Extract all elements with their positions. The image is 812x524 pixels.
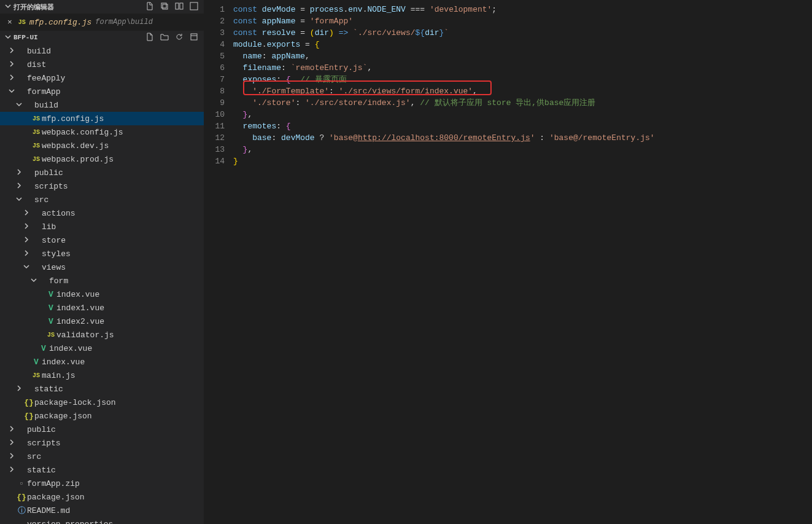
chevron-right-icon[interactable] — [22, 209, 31, 218]
tree-folder[interactable]: public — [0, 423, 204, 436]
tree-file[interactable]: {}package.json — [0, 409, 204, 423]
line-gutter: 1234567891011121314 — [204, 0, 233, 524]
chevron-down-icon[interactable] — [22, 263, 31, 272]
explorer-title: BFP-UI — [14, 34, 145, 41]
chevron-right-icon[interactable] — [7, 74, 16, 83]
chevron-right-icon[interactable] — [15, 385, 23, 394]
new-file-icon[interactable] — [145, 32, 155, 44]
editor-area[interactable]: 1234567891011121314 const devMode = proc… — [204, 0, 812, 524]
line-number: 9 — [204, 97, 225, 109]
save-all-icon[interactable] — [160, 1, 169, 13]
chevron-right-icon[interactable] — [7, 439, 16, 448]
tree-file[interactable]: Vindex.vue — [0, 342, 204, 355]
tree-folder[interactable]: src — [0, 193, 204, 206]
tree-item-label: validator.js — [56, 330, 114, 340]
svg-rect-5 — [191, 34, 197, 40]
svg-rect-3 — [180, 3, 183, 9]
chevron-down-icon[interactable] — [15, 101, 23, 110]
tree-folder[interactable]: src — [0, 450, 204, 463]
tree-file[interactable]: {}package.json — [0, 490, 204, 504]
chevron-down-icon — [5, 34, 11, 42]
js-icon: JS — [31, 115, 42, 122]
tree-folder[interactable]: dist — [0, 58, 204, 71]
chevron-down-icon[interactable] — [7, 87, 16, 96]
chevron-down-icon[interactable] — [29, 276, 38, 286]
tab-path: formApp\build — [95, 18, 153, 26]
tree-file[interactable]: JSwebpack.config.js — [0, 125, 204, 139]
tree-folder[interactable]: scripts — [0, 179, 204, 193]
file-tree: builddistfeeApplyformAppbuildJSmfp.confi… — [0, 44, 204, 524]
tree-item-label: build — [27, 47, 51, 56]
chevron-right-icon[interactable] — [22, 222, 31, 232]
tree-item-label: index1.vue — [56, 303, 104, 313]
tree-folder[interactable]: views — [0, 260, 204, 274]
tree-item-label: views — [42, 263, 66, 272]
tree-folder[interactable]: scripts — [0, 436, 204, 450]
layout-icon[interactable] — [174, 1, 184, 13]
tree-file[interactable]: Vindex2.vue — [0, 315, 204, 328]
code-content[interactable]: const devMode = process.env.NODE_ENV ===… — [233, 0, 812, 524]
chevron-right-icon[interactable] — [7, 466, 16, 475]
chevron-right-icon[interactable] — [7, 47, 16, 56]
chevron-right-icon[interactable] — [7, 425, 16, 434]
tree-file[interactable]: Vindex.vue — [0, 355, 204, 369]
new-folder-icon[interactable] — [160, 32, 169, 44]
chevron-right-icon[interactable] — [22, 249, 31, 259]
refresh-icon[interactable] — [174, 32, 184, 44]
tree-item-label: styles — [42, 249, 71, 259]
tree-item-label: dist — [27, 60, 46, 69]
tree-item-label: index.vue — [42, 358, 85, 367]
tree-folder[interactable]: form — [0, 274, 204, 287]
tree-folder[interactable]: public — [0, 166, 204, 179]
tree-file[interactable]: JSmfp.config.js — [0, 112, 204, 125]
tree-item-label: version properties — [27, 520, 113, 525]
tree-folder[interactable]: static — [0, 382, 204, 396]
tree-item-label: index.vue — [56, 290, 99, 299]
tree-file[interactable]: JSwebpack.dev.js — [0, 139, 204, 152]
tree-file[interactable]: JSmain.js — [0, 369, 204, 382]
line-number: 3 — [204, 27, 225, 39]
tree-item-label: formApp.zip — [27, 479, 80, 488]
tree-folder[interactable]: static — [0, 463, 204, 477]
tree-folder[interactable]: styles — [0, 247, 204, 260]
tree-file[interactable]: {}package-lock.json — [0, 396, 204, 409]
chevron-right-icon[interactable] — [7, 60, 16, 69]
info-icon: ⓘ — [16, 505, 27, 516]
tree-file[interactable]: JSwebpack.prod.js — [0, 152, 204, 166]
chevron-right-icon[interactable] — [22, 236, 31, 245]
tree-file[interactable]: ⓘREADME.md — [0, 504, 204, 517]
open-editors-header[interactable]: 打开的编辑器 — [0, 0, 204, 14]
tree-folder[interactable]: lib — [0, 220, 204, 233]
tree-file[interactable]: Vindex1.vue — [0, 301, 204, 315]
tree-file[interactable]: Vindex.vue — [0, 287, 204, 301]
tree-item-label: webpack.config.js — [42, 128, 123, 137]
tree-folder[interactable]: formApp — [0, 85, 204, 98]
chevron-down-icon — [5, 3, 11, 11]
collapse-icon[interactable] — [189, 32, 199, 44]
vue-icon: V — [45, 290, 56, 299]
tree-folder[interactable]: actions — [0, 206, 204, 220]
svg-rect-0 — [161, 3, 166, 8]
chevron-right-icon[interactable] — [15, 168, 23, 178]
tree-file[interactable]: JSvalidator.js — [0, 328, 204, 342]
tree-file[interactable]: ▫formApp.zip — [0, 477, 204, 490]
tree-folder[interactable]: build — [0, 98, 204, 112]
tree-folder[interactable]: build — [0, 44, 204, 58]
chevron-right-icon[interactable] — [15, 182, 23, 191]
json-icon: {} — [23, 412, 34, 421]
new-file-icon[interactable] — [145, 1, 155, 13]
open-editor-tab[interactable]: × JS mfp.config.js formApp\build — [0, 14, 204, 31]
chevron-down-icon[interactable] — [15, 195, 23, 205]
tree-item-label: actions — [42, 209, 75, 218]
tree-folder[interactable]: feeApply — [0, 71, 204, 85]
more-icon[interactable] — [189, 1, 199, 13]
tree-folder[interactable]: store — [0, 233, 204, 247]
tree-file[interactable]: version properties — [0, 517, 204, 524]
tree-item-label: public — [27, 425, 56, 434]
tree-item-label: package.json — [27, 493, 85, 502]
line-number: 1 — [204, 4, 225, 15]
explorer-header[interactable]: BFP-UI — [0, 31, 204, 44]
chevron-right-icon[interactable] — [7, 452, 16, 461]
close-icon[interactable]: × — [5, 18, 15, 27]
tree-item-label: src — [27, 452, 41, 461]
